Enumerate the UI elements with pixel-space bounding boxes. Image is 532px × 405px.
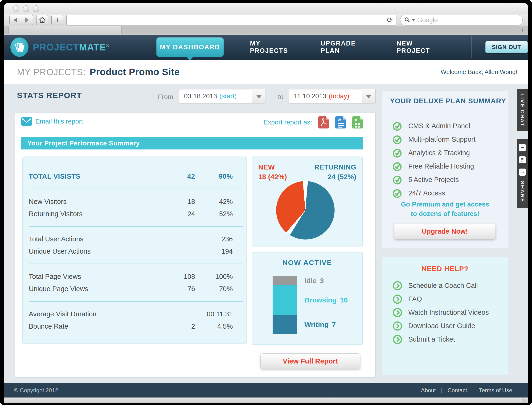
browser-toolbar: + ⟳ — [4, 14, 528, 26]
email-report-label: Email this report — [35, 118, 83, 125]
copyright-text: © Copyright 2012 — [14, 387, 58, 394]
nav-my-projects[interactable]: MY PROJECTS — [250, 40, 295, 54]
new-tab-toolbar-button[interactable]: + — [51, 15, 63, 25]
table-row: Total Page Views 108 100% — [29, 270, 233, 283]
browser-tab[interactable] — [8, 26, 122, 34]
facebook-icon[interactable]: f — [519, 169, 526, 176]
back-arrow-icon — [14, 17, 17, 23]
arrow-circle-icon — [392, 281, 403, 291]
list-item: Analytics & Tracking — [392, 146, 504, 160]
breadcrumb: MY PROJECTS: — [17, 67, 86, 77]
forward-button[interactable] — [21, 15, 33, 25]
search-input[interactable] — [417, 16, 518, 24]
visitors-pie-chart — [276, 181, 335, 240]
export-word-icon[interactable]: w — [335, 116, 346, 128]
arrow-circle-icon — [392, 321, 403, 331]
table-row: Total User Actions 236 — [29, 233, 233, 245]
bar-label-writing: Writing7 — [304, 321, 336, 329]
footer-link-terms[interactable]: Terms of Use — [474, 387, 517, 394]
home-icon — [39, 17, 46, 23]
stats-table-panel: TOTAL VISISTS 42 90% New Visitors 18 42%… — [22, 156, 247, 344]
resize-grip[interactable] — [522, 398, 527, 403]
table-row: Bounce Rate 2 4.5% — [29, 320, 233, 332]
page-title-group: MY PROJECTS: Product Promo Site — [17, 67, 180, 77]
need-help-panel: NEED HELP? Schedule a Coach Call FAQ — [382, 257, 508, 375]
now-active-title: NOW ACTIVE — [252, 259, 362, 267]
chevron-down-icon — [366, 95, 371, 99]
date-from-select[interactable]: 03.18.2013(start) — [179, 89, 266, 103]
twitter-icon[interactable]: t — [519, 144, 526, 151]
page-header: MY PROJECTS: Product Promo Site Welcome … — [4, 60, 528, 84]
live-chat-tab[interactable]: LIVE CHAT — [517, 89, 528, 131]
home-button[interactable] — [36, 15, 48, 25]
date-to-label: to — [278, 93, 283, 101]
content-area: STATS REPORT From 03.18.2013(start) to 1… — [4, 84, 528, 383]
url-input[interactable] — [69, 16, 386, 24]
help-link-videos[interactable]: Watch Instructional Videos — [392, 306, 504, 319]
date-from-value: 03.18.2013 — [184, 92, 217, 100]
export-label: Export report as: — [263, 119, 312, 126]
search-box[interactable] — [400, 15, 523, 26]
help-link-user-guide[interactable]: Download User Guide — [392, 319, 504, 333]
tab-strip: + — [4, 26, 528, 34]
nav-new-project[interactable]: NEW PROJECT — [397, 40, 443, 54]
export-pdf-icon[interactable] — [318, 116, 329, 128]
svg-text:x: x — [355, 118, 357, 122]
check-circle-icon — [392, 134, 403, 145]
share-tab[interactable]: t in f SHARE — [517, 139, 528, 208]
welcome-message: Welcome Back, Allen Wong! — [441, 68, 517, 76]
table-row: TOTAL VISISTS 42 90% — [29, 170, 233, 182]
search-icon — [405, 17, 410, 23]
need-help-title: NEED HELP? — [382, 265, 508, 273]
plus-icon: + — [55, 16, 60, 25]
list-item: Free Reliable Hosting — [392, 160, 504, 173]
back-button[interactable] — [9, 15, 21, 25]
window-minimize-icon[interactable] — [23, 5, 29, 12]
sign-out-button[interactable]: SIGN OUT — [485, 41, 528, 53]
url-bar[interactable]: ⟳ — [66, 15, 397, 26]
window-zoom-icon[interactable] — [33, 5, 39, 12]
plan-summary-panel: YOUR DELUXE PLAN SUMMARY CMS & Admin Pan… — [382, 91, 508, 248]
upgrade-now-button[interactable]: Upgrade Now! — [394, 223, 496, 239]
bar-segment-writing — [273, 315, 297, 334]
date-to-hint: (today) — [329, 92, 349, 100]
screenshot-stage: + ⟳ + — [0, 0, 532, 405]
divider — [29, 301, 243, 302]
brand[interactable]: PROJECTMATE® — [10, 37, 109, 57]
bar-label-idle: Idle3 — [304, 277, 324, 285]
table-row: Average Visit Duration 00:11:31 — [29, 308, 233, 320]
brand-name: PROJECTMATE® — [33, 42, 109, 53]
nav-my-dashboard[interactable]: MY DASHBOARD — [156, 37, 224, 57]
help-link-ticket[interactable]: Submit a Ticket — [392, 333, 504, 346]
forward-arrow-icon — [25, 17, 29, 23]
table-row: Unique Page Views 76 70% — [29, 283, 233, 295]
linkedin-icon[interactable]: in — [519, 156, 526, 163]
export-excel-icon[interactable]: x — [352, 116, 363, 128]
new-tab-button[interactable]: + — [521, 27, 525, 34]
list-item: 5 Active Projects — [392, 173, 504, 187]
footer-link-about[interactable]: About — [416, 387, 441, 394]
help-link-faq[interactable]: FAQ — [392, 292, 504, 306]
date-to-dropdown-button[interactable] — [362, 89, 375, 103]
email-report-link[interactable]: Email this report — [21, 117, 83, 126]
footer-link-contact[interactable]: Contact — [442, 387, 472, 394]
plan-feature-list: CMS & Admin Panel Multi-platform Support… — [392, 119, 504, 200]
check-circle-icon — [392, 121, 403, 131]
nav-upgrade-plan[interactable]: UPGRADE PLAN — [321, 40, 371, 54]
projectmate-logo-icon — [10, 37, 28, 57]
nav-links: MY PROJECTS UPGRADE PLAN NEW PROJECT — [250, 40, 443, 54]
date-from-label: From — [158, 93, 173, 101]
visitors-pie-panel: NEW 18 (42%) RETURNING 24 (52%) — [252, 156, 363, 247]
divider — [29, 263, 243, 264]
help-link-coach-call[interactable]: Schedule a Coach Call — [392, 279, 504, 292]
help-link-list: Schedule a Coach Call FAQ Watch Instruct… — [392, 279, 504, 346]
page-title: Product Promo Site — [90, 67, 180, 77]
search-engine-dropdown-icon[interactable] — [412, 19, 415, 22]
view-full-report-button[interactable]: View Full Report — [260, 353, 360, 369]
date-to-select[interactable]: 11.10.2013(today) — [289, 89, 376, 103]
reload-icon[interactable]: ⟳ — [386, 16, 394, 24]
table-row: Returning Visitors 24 52% — [29, 208, 233, 220]
browser-titlebar — [4, 3, 528, 14]
date-from-dropdown-button[interactable] — [252, 89, 266, 103]
window-close-icon[interactable] — [13, 5, 19, 12]
